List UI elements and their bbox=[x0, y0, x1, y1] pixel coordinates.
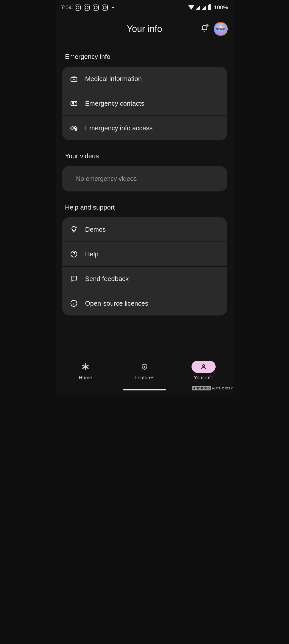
svg-point-9 bbox=[73, 302, 74, 302]
signal-icon bbox=[202, 5, 206, 10]
instagram-notification-icon bbox=[75, 5, 81, 11]
item-label: Demos bbox=[85, 226, 106, 233]
profile-avatar[interactable]: ARTJUNA bbox=[214, 22, 228, 36]
battery-icon bbox=[208, 5, 211, 10]
section-header-emergency: Emergency info bbox=[62, 50, 227, 67]
item-label: Help bbox=[85, 250, 99, 258]
watermark-brand: ANDROID bbox=[192, 386, 211, 390]
item-label: Open-source licences bbox=[85, 300, 148, 307]
item-label: Emergency info access bbox=[85, 124, 153, 132]
svg-point-3 bbox=[73, 127, 75, 129]
help-item[interactable]: Help bbox=[62, 242, 227, 267]
svg-point-2 bbox=[72, 102, 73, 104]
person-icon bbox=[200, 363, 207, 370]
nav-your-info[interactable]: Your info bbox=[191, 361, 216, 381]
medical-information-item[interactable]: Medical information bbox=[62, 67, 227, 91]
status-bar: 7:04 100% bbox=[56, 0, 233, 15]
send-feedback-item[interactable]: Send feedback bbox=[62, 267, 227, 291]
item-label: Emergency contacts bbox=[85, 100, 144, 107]
instagram-notification-icon bbox=[93, 5, 99, 11]
watermark: ANDROID AUTHORITY bbox=[192, 386, 233, 390]
info-icon bbox=[70, 299, 78, 307]
help-support-card: Demos Help Send feedback Open-source lic… bbox=[62, 217, 227, 315]
more-notifications-dot bbox=[112, 7, 114, 8]
svg-rect-4 bbox=[75, 129, 77, 131]
nav-label: Your info bbox=[194, 375, 213, 381]
clock: 7:04 bbox=[61, 4, 72, 11]
svg-point-10 bbox=[203, 365, 205, 367]
item-label: Send feedback bbox=[85, 275, 129, 283]
section-header-help: Help and support bbox=[62, 201, 227, 217]
svg-rect-1 bbox=[71, 101, 77, 105]
instagram-notification-icon bbox=[84, 5, 90, 11]
nav-home[interactable]: Home bbox=[73, 361, 98, 381]
watermark-sub: AUTHORITY bbox=[212, 386, 233, 390]
battery-percent: 100% bbox=[214, 4, 228, 11]
nav-features[interactable]: Features bbox=[132, 361, 157, 381]
videos-card: No emergency videos bbox=[62, 166, 227, 191]
notifications-button[interactable] bbox=[201, 25, 208, 33]
empty-label: No emergency videos bbox=[76, 175, 137, 182]
nav-label: Features bbox=[135, 375, 155, 381]
contacts-icon bbox=[70, 99, 78, 107]
page-title: Your info bbox=[127, 24, 162, 34]
open-source-licences-item[interactable]: Open-source licences bbox=[62, 291, 227, 315]
emergency-info-access-item[interactable]: Emergency info access bbox=[62, 116, 227, 140]
visibility-lock-icon bbox=[70, 124, 78, 132]
asterisk-icon bbox=[82, 363, 89, 370]
device-frame: 7:04 100% Your info ARTJUNA bbox=[56, 0, 233, 393]
avatar-label: ARTJUNA bbox=[214, 23, 227, 35]
shield-plus-icon bbox=[141, 363, 148, 370]
help-icon bbox=[70, 250, 78, 258]
instagram-notification-icon bbox=[102, 5, 108, 11]
wifi-icon bbox=[188, 5, 194, 10]
signal-icon bbox=[196, 5, 200, 10]
nav-label: Home bbox=[79, 375, 92, 381]
header-actions: ARTJUNA bbox=[201, 22, 228, 36]
item-label: Medical information bbox=[85, 75, 142, 83]
svg-point-6 bbox=[73, 256, 74, 256]
no-videos-message: No emergency videos bbox=[62, 166, 227, 191]
emergency-info-card: Medical information Emergency contacts E… bbox=[62, 67, 227, 140]
feedback-icon bbox=[70, 275, 78, 283]
lightbulb-icon bbox=[70, 225, 78, 233]
app-header: Your info ARTJUNA bbox=[56, 15, 233, 43]
demos-item[interactable]: Demos bbox=[62, 217, 227, 242]
content: Emergency info Medical information Emerg… bbox=[56, 43, 233, 315]
svg-point-7 bbox=[73, 279, 74, 279]
medical-icon bbox=[70, 75, 78, 83]
section-header-videos: Your videos bbox=[62, 150, 227, 166]
status-left: 7:04 bbox=[61, 4, 114, 11]
emergency-contacts-item[interactable]: Emergency contacts bbox=[62, 91, 227, 116]
gesture-bar[interactable] bbox=[123, 389, 166, 390]
status-right: 100% bbox=[188, 4, 228, 11]
notification-dot bbox=[206, 24, 209, 27]
